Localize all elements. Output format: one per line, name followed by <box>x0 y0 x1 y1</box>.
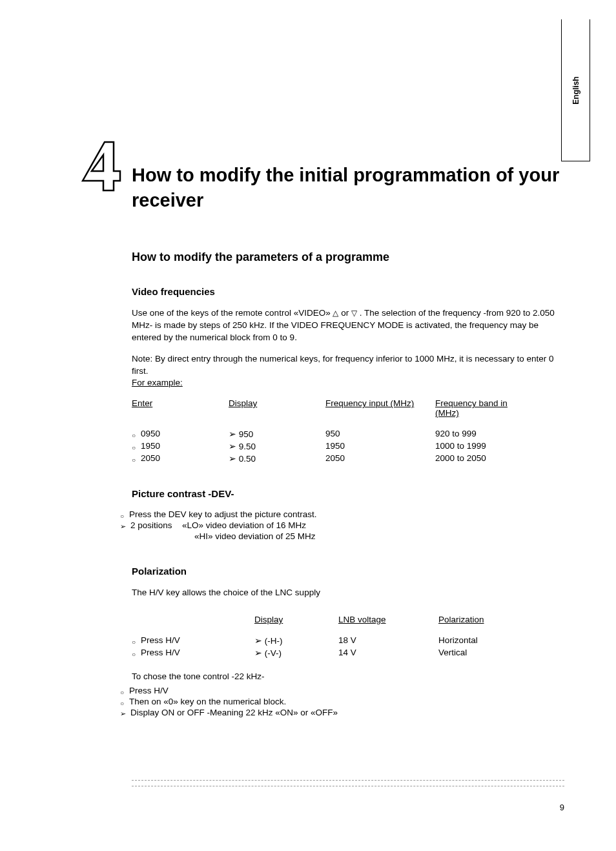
table-cell: 2050 <box>132 453 229 464</box>
page-number: 9 <box>560 803 564 812</box>
text-fragment: Press H/V <box>141 648 180 657</box>
table-cell: 1000 to 1999 <box>435 441 564 451</box>
video-freq-title: Video frequencies <box>132 286 564 297</box>
text-fragment: Press H/V <box>141 635 180 645</box>
frequency-table: Enter Display Frequency input (MHz) Freq… <box>132 398 564 464</box>
polarization-table: Display LNB voltage Polarization Press H… <box>132 615 564 658</box>
list-item: 2 positions«LO» video deviation of 16 MH… <box>120 520 564 530</box>
tone-control-para: To chose the tone control -22 kHz- <box>132 671 564 683</box>
text-fragment: (MHz) <box>435 408 459 418</box>
table-cell: 920 to 999 <box>435 429 564 439</box>
bullet-icon <box>132 635 141 645</box>
table-header-blank <box>132 615 254 633</box>
polarization-section: Polarization The H/V key allows the choi… <box>132 566 564 717</box>
bullet-icon <box>120 697 129 706</box>
table-cell: 950 <box>325 429 435 439</box>
table-cell: ➢ 950 <box>229 429 325 439</box>
table-cell: ➢ 9.50 <box>229 441 325 451</box>
bullet-icon <box>132 441 141 451</box>
video-freq-para1: Use one of the keys of the remote contro… <box>132 307 564 344</box>
picture-contrast-section: Picture contrast -DEV- Press the DEV key… <box>132 488 564 541</box>
text-fragment: «LO» video deviation of 16 MHz <box>182 520 306 530</box>
text-fragment: Then on «0» key on the numerical block. <box>129 697 286 706</box>
text-fragment: Press H/V <box>129 686 169 695</box>
list-item: Then on «0» key on the numerical block. <box>120 697 564 706</box>
bullet-icon <box>120 509 129 519</box>
language-label: English <box>571 76 580 104</box>
section-heading: How to modify the parameters of a progra… <box>132 251 564 264</box>
table-header-enter: Enter <box>132 398 229 427</box>
text-fragment: Use one of the keys of the remote contro… <box>132 308 333 318</box>
text-fragment: Display ON or OFF -Meaning 22 kHz «ON» o… <box>130 708 338 717</box>
footer-divider <box>132 780 564 786</box>
table-header-freq-input: Frequency input (MHz) <box>325 398 435 427</box>
table-cell: 18 V <box>338 635 438 646</box>
table-cell: Vertical <box>438 648 564 658</box>
table-header-display: Display <box>254 615 338 633</box>
table-header-freq-band: Frequency band in(MHz) <box>435 398 564 427</box>
bullet-icon <box>120 686 129 695</box>
text-fragment: Press the DEV key to adjust the picture … <box>129 509 316 519</box>
text-fragment: 2050 <box>141 453 160 463</box>
table-cell: 0950 <box>132 429 229 439</box>
video-freq-note: Note: By direct entry through the numeri… <box>132 353 564 390</box>
table-header-polarization: Polarization <box>438 615 564 633</box>
table-cell: Press H/V <box>132 635 254 646</box>
picture-contrast-title: Picture contrast -DEV- <box>132 488 564 499</box>
arrow-icon <box>120 520 130 530</box>
text-fragment: 2 positions <box>130 520 182 530</box>
table-cell: 2050 <box>325 453 435 464</box>
table-header-lnb: LNB voltage <box>338 615 438 633</box>
table-cell: Press H/V <box>132 648 254 658</box>
page-title: How to modify the initial programmation … <box>132 163 577 213</box>
for-example-label: For example: <box>132 378 183 387</box>
table-cell: 2000 to 2050 <box>435 453 564 464</box>
list-item: Display ON or OFF -Meaning 22 kHz «ON» o… <box>120 708 564 717</box>
table-cell: ➢ (-H-) <box>254 635 338 646</box>
text-fragment: 1950 <box>141 441 160 451</box>
video-frequencies-section: Video frequencies Use one of the keys of… <box>132 286 564 464</box>
text-fragment: Frequency input <box>325 398 388 408</box>
table-cell: 1950 <box>132 441 229 451</box>
table-header-display: Display <box>229 398 325 427</box>
content-area: How to modify the parameters of a progra… <box>132 251 564 742</box>
bullet-icon <box>132 453 141 463</box>
arrow-icon <box>120 708 130 717</box>
list-item: «HI» video deviation of 25 MHz <box>194 531 564 541</box>
table-cell: Horizontal <box>438 635 564 646</box>
bullet-icon <box>132 429 141 438</box>
bullet-icon <box>132 648 141 657</box>
chapter-number <box>77 136 126 196</box>
table-cell: 1950 <box>325 441 435 451</box>
table-cell: ➢ (-V-) <box>254 648 338 658</box>
text-fragment: Note: By direct entry through the numeri… <box>132 354 554 376</box>
list-item: Press the DEV key to adjust the picture … <box>120 509 564 519</box>
text-fragment: 0950 <box>141 429 160 438</box>
table-cell: ➢ 0.50 <box>229 453 325 464</box>
text-fragment: (MHz) <box>388 398 415 408</box>
polarization-para: The H/V key allows the choice of the LNC… <box>132 587 564 599</box>
triangle-down-icon: ▽ <box>351 309 357 318</box>
text-fragment: Frequency band in <box>435 398 508 408</box>
language-tab: English <box>561 19 590 161</box>
polarization-title: Polarization <box>132 566 564 577</box>
table-cell: 14 V <box>338 648 438 658</box>
list-item: Press H/V <box>120 686 564 695</box>
text-fragment: or <box>338 308 351 318</box>
